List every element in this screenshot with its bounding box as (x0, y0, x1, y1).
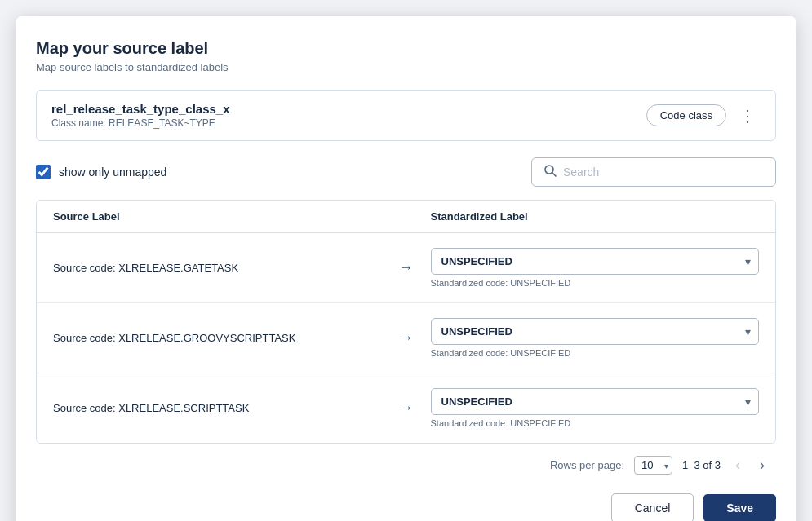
std-select-wrapper-2: UNSPECIFIED ▾ (431, 388, 760, 415)
search-icon (544, 164, 557, 180)
std-select-0[interactable]: UNSPECIFIED (431, 248, 760, 275)
table-header: Source Label Standardized Label (37, 201, 775, 233)
std-select-wrapper-1: UNSPECIFIED ▾ (431, 318, 760, 345)
show-unmapped-label[interactable]: show only unmapped (36, 165, 166, 179)
std-label-cell-0: UNSPECIFIED ▾ Standardized code: UNSPECI… (431, 248, 760, 288)
source-label-0: Source code: XLRELEASE.GATETASK (53, 262, 382, 274)
col-source-header: Source Label (53, 210, 382, 223)
label-card-info: rel_release_task_type_class_x Class name… (51, 102, 230, 129)
action-row: Cancel Save (36, 480, 776, 521)
save-button[interactable]: Save (703, 494, 776, 521)
next-page-button[interactable]: › (755, 455, 770, 475)
col-std-header: Standardized Label (431, 210, 760, 223)
label-name: rel_release_task_type_class_x (51, 102, 230, 116)
table-row: Source code: XLRELEASE.SCRIPTTASK → UNSP… (37, 373, 775, 443)
filter-row: show only unmapped (36, 157, 776, 187)
code-class-button[interactable]: Code class (646, 104, 726, 126)
page-title: Map your source label (36, 39, 776, 58)
arrow-icon-1: → (382, 329, 431, 347)
page-info: 1–3 of 3 (682, 459, 721, 471)
arrow-icon-0: → (382, 259, 431, 276)
label-card-actions: Code class ⋮ (646, 104, 761, 126)
rows-per-page-label: Rows per page: (550, 459, 624, 471)
rows-per-page-select[interactable]: 10 25 50 (634, 456, 672, 475)
std-code-1: Standardized code: UNSPECIFIED (431, 348, 760, 358)
table-container: Source Label Standardized Label Source c… (36, 200, 776, 444)
table-row: Source code: XLRELEASE.GATETASK → UNSPEC… (37, 233, 775, 303)
std-label-cell-2: UNSPECIFIED ▾ Standardized code: UNSPECI… (431, 388, 760, 428)
std-label-cell-1: UNSPECIFIED ▾ Standardized code: UNSPECI… (431, 318, 760, 358)
more-options-button[interactable]: ⋮ (734, 106, 761, 126)
std-select-2[interactable]: UNSPECIFIED (431, 388, 760, 415)
std-select-wrapper-0: UNSPECIFIED ▾ (431, 248, 760, 275)
label-class: Class name: RELEASE_TASK~TYPE (51, 117, 230, 129)
rows-per-page-wrapper: 10 25 50 ▾ (634, 456, 672, 475)
modal-container: Map your source label Map source labels … (16, 16, 796, 521)
table-row: Source code: XLRELEASE.GROOVYSCRIPTTASK … (37, 303, 775, 373)
prev-page-button[interactable]: ‹ (730, 455, 745, 475)
search-input[interactable] (563, 166, 764, 179)
std-code-0: Standardized code: UNSPECIFIED (431, 278, 760, 288)
cancel-button[interactable]: Cancel (611, 493, 694, 521)
label-card: rel_release_task_type_class_x Class name… (36, 90, 776, 141)
show-unmapped-text: show only unmapped (59, 166, 166, 179)
search-box (531, 157, 776, 187)
show-unmapped-checkbox[interactable] (36, 165, 51, 179)
std-code-2: Standardized code: UNSPECIFIED (431, 418, 760, 428)
arrow-icon-2: → (382, 400, 431, 417)
pagination-row: Rows per page: 10 25 50 ▾ 1–3 of 3 ‹ › (36, 444, 776, 480)
source-label-1: Source code: XLRELEASE.GROOVYSCRIPTTASK (53, 332, 382, 344)
std-select-1[interactable]: UNSPECIFIED (431, 318, 760, 345)
svg-line-1 (552, 173, 556, 176)
source-label-2: Source code: XLRELEASE.SCRIPTTASK (53, 402, 382, 414)
page-subtitle: Map source labels to standardized labels (36, 61, 776, 73)
